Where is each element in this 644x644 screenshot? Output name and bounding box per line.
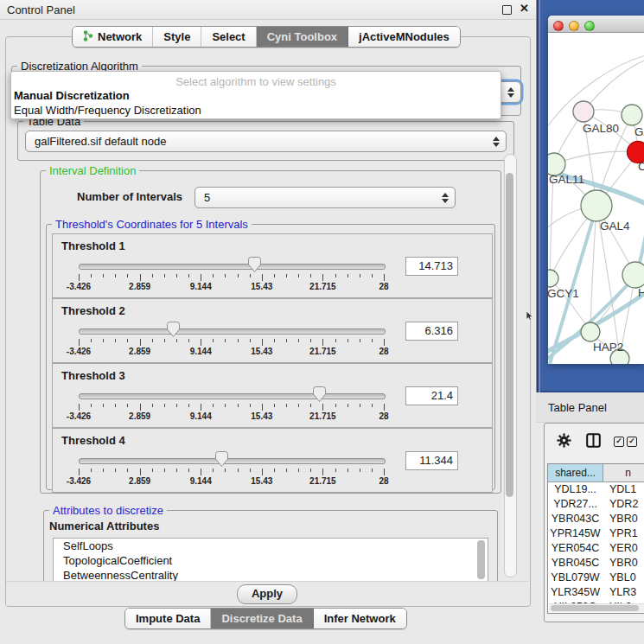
apply-button[interactable]: Apply — [237, 584, 297, 604]
table-cell[interactable]: YBL0 — [603, 571, 644, 585]
node-gal[interactable] — [622, 105, 642, 125]
tab-cyni-toolbox[interactable]: Cyni Toolbox — [257, 27, 348, 47]
tab-discretize-data[interactable]: Discretize Data — [211, 609, 313, 628]
tick-mark — [225, 469, 226, 472]
tick-mark — [335, 469, 336, 472]
tick-label: 15.43 — [236, 476, 288, 486]
close-traffic-light-icon[interactable] — [553, 21, 564, 31]
node-gal4[interactable] — [581, 190, 612, 221]
tab-style[interactable]: Style — [153, 27, 201, 47]
tick-mark — [298, 469, 299, 472]
tab-label: Cyni Toolbox — [267, 30, 337, 43]
attribute-item[interactable]: TopologicalCoefficient — [54, 553, 488, 568]
table-row[interactable]: YDL19...YDL1 — [548, 482, 644, 497]
threshold-panel: Threshold 4 -3.4262.8599.14415.4321.7152… — [52, 428, 493, 493]
slider-track[interactable] — [79, 393, 386, 399]
table-cell[interactable]: YBR0 — [603, 512, 644, 526]
tick-mark — [298, 339, 299, 342]
network-view-window[interactable]: GAL80 GA C GAL11 GAL4 GCY1 H HAP2 — [548, 16, 644, 364]
table-cell[interactable]: YDL19... — [548, 482, 603, 497]
tick-mark — [225, 404, 226, 407]
node-hap2[interactable] — [581, 322, 600, 341]
table-row[interactable]: YLR345WYLR3 — [548, 585, 644, 600]
numerical-attributes-list[interactable]: SelfLoopsTopologicalCoefficientBetweenne… — [53, 538, 488, 583]
threshold-value-field[interactable]: 14.713 — [405, 257, 458, 276]
tick-mark — [164, 339, 165, 342]
table-cell[interactable]: YDL1 — [603, 482, 644, 497]
slider-track[interactable] — [79, 458, 386, 464]
node-h[interactable] — [622, 262, 644, 288]
table-cell[interactable]: YBR0 — [603, 556, 644, 571]
slider-track[interactable] — [79, 328, 386, 335]
slider-track[interactable] — [79, 264, 386, 270]
tab-infer-network[interactable]: Infer Network — [314, 609, 406, 628]
horizontal-scrollbar-thumb[interactable] — [551, 605, 639, 611]
tick-label: 2.859 — [114, 282, 166, 291]
tab-impute-data[interactable]: Impute Data — [125, 609, 211, 628]
slider-thumb[interactable] — [248, 257, 261, 272]
tick-mark — [79, 404, 80, 411]
table-cell[interactable]: YER0 — [603, 541, 644, 556]
threshold-value-field[interactable]: 11.344 — [405, 451, 458, 470]
table-row[interactable]: YDR27...YDR2 — [548, 497, 644, 512]
tick-label: 21.715 — [296, 476, 348, 486]
table-cell[interactable]: YBL079W — [548, 571, 603, 585]
tab-jactivemnodules[interactable]: jActiveMNodules — [348, 27, 460, 47]
tick-mark — [176, 469, 177, 472]
tick-mark — [286, 404, 287, 407]
table-row[interactable]: YER054CYER0 — [548, 541, 644, 556]
threshold-value-field[interactable]: 6.316 — [405, 322, 458, 341]
tick-mark — [79, 274, 80, 281]
attribute-item[interactable]: SelfLoops — [54, 539, 488, 553]
gear-icon[interactable] — [557, 433, 571, 450]
table-cell[interactable]: YDR2 — [603, 497, 644, 512]
tick-mark — [127, 274, 128, 277]
threshold-value-field[interactable]: 21.4 — [405, 386, 458, 405]
dropdown-option-equal-width[interactable]: Equal Width/Frequency Discretization — [14, 104, 201, 117]
tick-mark — [372, 404, 373, 407]
threshold-slider[interactable]: -3.4262.8599.14415.4321.71528 — [72, 255, 391, 295]
zoom-traffic-light-icon[interactable] — [584, 21, 595, 31]
attributes-scrollbar-thumb[interactable] — [477, 540, 485, 579]
slider-thumb[interactable] — [313, 386, 326, 402]
slider-thumb[interactable] — [167, 322, 180, 337]
table-cell[interactable]: YLR3 — [603, 585, 644, 600]
table-horizontal-scrollbar[interactable] — [549, 603, 644, 612]
table-cell[interactable]: YER054C — [548, 541, 603, 556]
table-cell[interactable]: YPR145W — [548, 526, 603, 541]
close-icon[interactable]: ✕ — [520, 2, 529, 15]
split-columns-icon[interactable] — [586, 433, 601, 450]
slider-thumb[interactable] — [215, 451, 228, 467]
threshold-slider[interactable]: -3.4262.8599.14415.4321.71528 — [72, 385, 391, 424]
column-header-shared-name[interactable]: shared... — [548, 464, 603, 481]
node-gcy1[interactable] — [548, 270, 558, 287]
table-cell[interactable]: YBR045C — [548, 556, 603, 571]
dropdown-option-manual[interactable]: Manual Discretization — [14, 89, 130, 102]
float-window-icon[interactable] — [502, 5, 512, 15]
tab-select[interactable]: Select — [201, 27, 256, 47]
minimize-traffic-light-icon[interactable] — [569, 21, 579, 31]
table-cell[interactable]: YDR27... — [548, 497, 603, 512]
combobox-stepper-icon — [442, 193, 449, 203]
number-of-intervals-combobox[interactable]: 5 — [194, 187, 456, 208]
table-data-combobox[interactable]: galFiltered.sif default node — [25, 131, 507, 152]
network-canvas[interactable]: GAL80 GA C GAL11 GAL4 GCY1 H HAP2 — [548, 32, 644, 364]
table-cell[interactable]: YLR345W — [548, 585, 603, 600]
table-cell[interactable]: YBR043C — [548, 512, 603, 526]
checkbox-icon[interactable]: ✓ — [614, 437, 624, 447]
table-row[interactable]: YBR045CYBR0 — [548, 556, 644, 571]
settings-scrollbar-thumb[interactable] — [506, 173, 513, 497]
table-cell[interactable]: YPR1 — [603, 526, 644, 541]
tick-mark — [360, 339, 360, 342]
tick-mark — [360, 274, 360, 277]
table-row[interactable]: YPR145WYPR1 — [548, 526, 644, 541]
column-header-name[interactable]: n — [603, 464, 644, 481]
checkbox-icon[interactable]: ✓ — [627, 437, 637, 447]
node-gal80[interactable] — [573, 101, 594, 122]
tick-label: 9.144 — [175, 347, 226, 356]
tab-network[interactable]: Network — [73, 27, 153, 47]
threshold-slider[interactable]: -3.4262.8599.14415.4321.71528 — [72, 320, 391, 360]
table-row[interactable]: YBL079WYBL0 — [548, 571, 644, 585]
threshold-slider[interactable]: -3.4262.8599.14415.4321.71528 — [72, 450, 391, 489]
table-row[interactable]: YBR043CYBR0 — [548, 512, 644, 526]
